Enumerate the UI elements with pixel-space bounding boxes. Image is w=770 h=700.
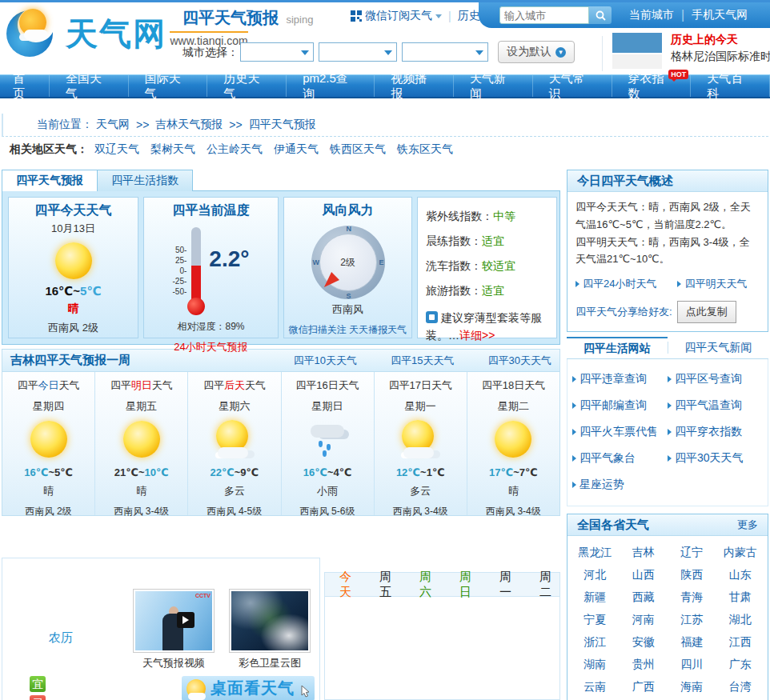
province-link[interactable]: 云南 bbox=[571, 675, 620, 698]
video-caption[interactable]: 天气预报视频 bbox=[132, 656, 215, 670]
province-link[interactable]: 福建 bbox=[668, 630, 716, 653]
nav-news[interactable]: 天气新闻 bbox=[454, 75, 533, 97]
desktop-weather-banner[interactable]: 桌面看天气 bbox=[182, 676, 315, 700]
province-link[interactable]: 青海 bbox=[668, 586, 716, 608]
day-forecast-day-after[interactable]: 四平后天天气 星期六 22℃~9℃ 多云 西南风 4-5级 bbox=[188, 372, 281, 515]
tab-weather-forecast[interactable]: 四平天气预报 bbox=[2, 170, 98, 191]
history-today-thumbnail-2[interactable] bbox=[612, 54, 662, 69]
province-link[interactable]: 湖南 bbox=[571, 653, 620, 675]
summary-tomorrow-link[interactable]: 四平明天天气 bbox=[677, 275, 747, 293]
nav-knowledge[interactable]: 天气常识 bbox=[533, 75, 612, 97]
province-link[interactable]: 江西 bbox=[716, 630, 765, 653]
lunar-calendar-label[interactable]: 农历 bbox=[49, 630, 73, 646]
summary-24h-link[interactable]: 四平24小时天气 bbox=[575, 275, 656, 293]
life-link[interactable]: 四平穿衣指数 bbox=[668, 418, 763, 445]
breadcrumb-home[interactable]: 天气网 bbox=[96, 118, 130, 132]
tab-weather-news[interactable]: 四平天气新闻 bbox=[668, 337, 769, 358]
satellite-thumbnail[interactable] bbox=[229, 589, 311, 653]
province-link[interactable]: 江苏 bbox=[668, 608, 716, 630]
provinces-more-link[interactable]: 更多 bbox=[737, 518, 758, 532]
province-link[interactable]: 贵州 bbox=[620, 653, 668, 675]
related-city-link[interactable]: 双辽天气 bbox=[94, 142, 139, 155]
province-link[interactable]: 台湾 bbox=[716, 675, 765, 698]
related-city-link[interactable]: 梨树天气 bbox=[150, 142, 195, 155]
nav-history-weather[interactable]: 历史天气 bbox=[207, 75, 287, 97]
life-link[interactable]: 四平气象台 bbox=[572, 445, 668, 471]
province-link[interactable]: 广西 bbox=[620, 675, 668, 698]
breadcrumb-province[interactable]: 吉林天气预报 bbox=[155, 118, 223, 132]
life-link[interactable]: 四平气温查询 bbox=[668, 392, 763, 418]
tab-saturday[interactable]: 周六 bbox=[419, 570, 439, 600]
life-link[interactable]: 四平30天天气 bbox=[668, 445, 763, 471]
life-link[interactable]: 四平火车票代售 bbox=[572, 418, 668, 445]
life-link[interactable]: 星座运势 bbox=[572, 471, 668, 498]
nav-pm25[interactable]: pm2.5查询 bbox=[287, 75, 375, 97]
tab-monday[interactable]: 周一 bbox=[499, 570, 519, 600]
history-today-thumbnail[interactable] bbox=[612, 33, 662, 53]
satellite-caption[interactable]: 彩色卫星云图 bbox=[228, 656, 311, 670]
current-city-link[interactable]: 当前城市 bbox=[629, 8, 674, 22]
wechat-subscribe-link[interactable]: 微信订阅天气 bbox=[365, 9, 432, 23]
district-select[interactable] bbox=[402, 42, 488, 62]
province-select[interactable] bbox=[240, 42, 314, 62]
forecast-30day-link[interactable]: 四平30天天气 bbox=[488, 354, 551, 368]
tab-tuesday[interactable]: 周二 bbox=[539, 570, 559, 600]
detail-link[interactable]: 详细>> bbox=[459, 329, 495, 342]
nav-national-weather[interactable]: 全国天气 bbox=[50, 75, 129, 97]
life-link[interactable]: 四平区号查询 bbox=[668, 366, 763, 392]
province-link[interactable]: 四川 bbox=[668, 653, 716, 675]
hourly-forecast-link[interactable]: 24小时天气预报 bbox=[174, 340, 247, 354]
province-link[interactable]: 湖北 bbox=[716, 608, 765, 630]
day-forecast-18th[interactable]: 四平18日天气 星期二 17℃~7℃ 晴 西南风 3-4级 bbox=[467, 372, 559, 515]
search-button[interactable] bbox=[589, 6, 612, 24]
mobile-site-link[interactable]: 手机天气网 bbox=[692, 8, 748, 22]
day-forecast-today[interactable]: 四平今日天气 星期四 16℃~5℃ 晴 西南风 2级 bbox=[2, 372, 95, 515]
nav-video[interactable]: 视频播报 bbox=[375, 75, 454, 97]
province-link[interactable]: 安徽 bbox=[620, 630, 668, 653]
province-link[interactable]: 内蒙古 bbox=[716, 541, 765, 563]
wechat-scan-link[interactable]: 微信扫描关注 天天播报天气 bbox=[289, 323, 407, 337]
day-forecast-17th[interactable]: 四平17日天气 星期一 12℃~1℃ 多云 西南风 3-4级 bbox=[375, 372, 467, 515]
tab-life-sites[interactable]: 四平生活网站 bbox=[567, 337, 668, 358]
tab-life-index[interactable]: 四平生活指数 bbox=[97, 170, 193, 191]
history-today-link[interactable]: 历史上的今天 bbox=[671, 33, 738, 47]
province-link[interactable]: 黑龙江 bbox=[571, 541, 620, 563]
province-link[interactable]: 甘肃 bbox=[716, 586, 765, 608]
nav-encyclopedia[interactable]: 天气百科 bbox=[691, 75, 770, 97]
day-forecast-16th[interactable]: 四平16日天气 星期日 16℃~4℃ 小雨 西南风 5-6级 bbox=[282, 372, 375, 515]
life-link[interactable]: 四平邮编查询 bbox=[572, 392, 668, 418]
forecast-15day-link[interactable]: 四平15天天气 bbox=[391, 354, 454, 368]
province-link[interactable]: 海南 bbox=[668, 675, 716, 698]
related-city-link[interactable]: 铁西区天气 bbox=[330, 142, 386, 155]
province-link[interactable]: 吉林 bbox=[620, 541, 668, 563]
set-default-button[interactable]: 设为默认 ▾ bbox=[498, 41, 575, 63]
tab-friday[interactable]: 周五 bbox=[379, 570, 399, 600]
related-city-link[interactable]: 伊通天气 bbox=[274, 142, 319, 155]
play-icon[interactable] bbox=[177, 612, 195, 628]
nav-international-weather[interactable]: 国际天气 bbox=[129, 75, 208, 97]
forecast-10day-link[interactable]: 四平10天天气 bbox=[294, 354, 357, 368]
nav-dressing-index[interactable]: 穿衣指数 HOT bbox=[612, 75, 692, 97]
breadcrumb-city[interactable]: 四平天气预报 bbox=[249, 118, 316, 132]
life-link[interactable]: 四平违章查询 bbox=[572, 366, 668, 392]
day-forecast-tomorrow[interactable]: 四平明日天气 星期五 21℃~10℃ 晴 西南风 3-4级 bbox=[95, 372, 188, 515]
province-link[interactable]: 宁夏 bbox=[571, 608, 620, 630]
province-link[interactable]: 河南 bbox=[620, 608, 668, 630]
province-link[interactable]: 广东 bbox=[716, 653, 765, 675]
nav-home[interactable]: 首页 bbox=[0, 75, 50, 97]
copy-button[interactable]: 点此复制 bbox=[677, 301, 736, 323]
related-city-link[interactable]: 公主岭天气 bbox=[207, 142, 263, 155]
province-link[interactable]: 山东 bbox=[716, 563, 765, 586]
tab-today[interactable]: 今天 bbox=[339, 570, 359, 600]
city-search-input[interactable] bbox=[499, 6, 589, 24]
city-select[interactable] bbox=[319, 42, 397, 62]
province-link[interactable]: 浙江 bbox=[571, 630, 620, 653]
province-link[interactable]: 陕西 bbox=[668, 563, 716, 586]
tab-sunday[interactable]: 周日 bbox=[459, 570, 479, 600]
province-link[interactable]: 河北 bbox=[571, 563, 620, 586]
province-link[interactable]: 新疆 bbox=[571, 586, 620, 608]
weather-video-thumbnail[interactable]: CCTV bbox=[133, 589, 215, 653]
province-link[interactable]: 辽宁 bbox=[668, 541, 716, 563]
province-link[interactable]: 山西 bbox=[620, 563, 668, 586]
related-city-link[interactable]: 铁东区天气 bbox=[397, 142, 453, 155]
